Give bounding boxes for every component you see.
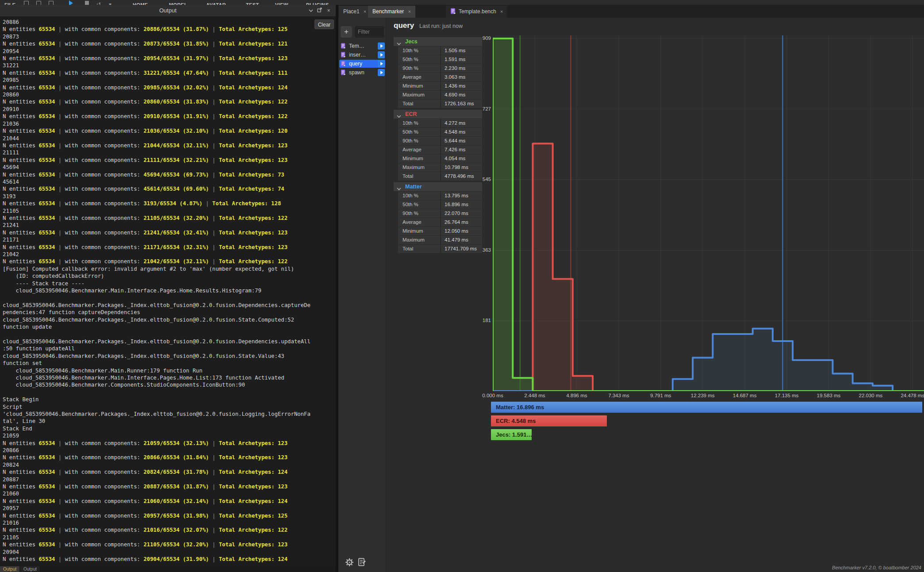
- console-line: 21105: [3, 207, 336, 215]
- tab-benchmarker[interactable]: Benchmarker×: [368, 6, 415, 18]
- chevron-down-icon[interactable]: [307, 7, 314, 14]
- console-log[interactable]: 20886N entities 65534 | with common comp…: [0, 16, 336, 566]
- console-line: N entities 65534 | with common component…: [3, 483, 336, 490]
- menu-home[interactable]: HOME: [133, 0, 148, 5]
- stat-label: Total: [398, 172, 440, 180]
- undo-icon[interactable]: ↺: [96, 0, 101, 5]
- stat-value: 12.050 ms: [441, 227, 482, 235]
- menu-avatar[interactable]: AVATAR: [206, 0, 226, 5]
- legend-label: Jecs: 1.591…: [491, 431, 532, 438]
- console-line: N entities 65534 | with common component…: [3, 84, 336, 91]
- stat-label: 50th %: [398, 200, 440, 209]
- stat-label: Minimum: [398, 227, 440, 235]
- close-icon[interactable]: ×: [325, 7, 332, 14]
- stat-value: 26.764 ms: [441, 218, 482, 226]
- last-run-label: Last run: just now: [419, 23, 463, 29]
- stat-label: 90th %: [398, 137, 440, 145]
- output-tab-1[interactable]: Output: [0, 566, 19, 572]
- new-doc-icon[interactable]: [24, 1, 29, 5]
- stat-row: Total17741.709 ms: [398, 245, 482, 253]
- console-line: cloud_5853950046.Benchmarker.Main.Runner…: [3, 367, 336, 374]
- stats-section-matter: Matter10th %13.795 ms50th %16.896 ms90th…: [394, 182, 482, 253]
- add-benchmark-button[interactable]: +: [341, 26, 352, 38]
- stats-section-name: Matter: [405, 182, 422, 191]
- run-benchmark-button[interactable]: [378, 42, 385, 50]
- console-line: N entities 65534 | with common component…: [3, 142, 336, 149]
- benchmark-item-query[interactable]: query: [339, 60, 385, 68]
- benchmark-item-label: query: [349, 60, 362, 68]
- top-toolbar: FILE ↺ ▾ HOME MODEL AVATAR TEST VIEW PLU…: [0, 0, 924, 5]
- play-icon[interactable]: [69, 0, 73, 5]
- console-line: function update: [3, 323, 336, 330]
- menu-model[interactable]: MODEL: [169, 0, 188, 5]
- legend-matter[interactable]: Matter: 16.896 ms: [491, 402, 922, 413]
- tab-template-bench[interactable]: Template.bench×: [446, 6, 507, 18]
- console-line: 21059: [3, 432, 336, 439]
- console-line: N entities 65534 | with common component…: [3, 26, 336, 33]
- legend-label: Matter: 16.896 ms: [491, 404, 544, 411]
- log-report-icon[interactable]: [357, 557, 368, 568]
- benchmark-item-tem[interactable]: Tem…: [339, 42, 385, 50]
- stat-label: Minimum: [398, 82, 440, 90]
- run-benchmark-button[interactable]: [378, 51, 385, 58]
- console-line: N entities 65534 | with common component…: [3, 229, 336, 236]
- benchmark-item-spawn[interactable]: spawn: [339, 69, 385, 77]
- stat-label: 10th %: [398, 192, 440, 200]
- menu-view[interactable]: VIEW: [275, 0, 288, 5]
- x-axis-tick-label: 12.239 ms: [684, 393, 721, 398]
- benchmark-item-label: inser…: [349, 51, 366, 59]
- console-line: N entities 65534 | with common component…: [3, 541, 336, 548]
- console-line: N entities 65534 | with common component…: [3, 185, 336, 192]
- float-window-icon[interactable]: [316, 7, 323, 14]
- stat-row: 90th %2.230 ms: [398, 64, 482, 73]
- console-line: 21105: [3, 534, 336, 541]
- stats-section-header[interactable]: Jecs: [394, 37, 482, 46]
- stat-value: 4.054 ms: [441, 154, 482, 163]
- menu-file[interactable]: FILE: [4, 0, 15, 5]
- tab-place1[interactable]: Place1×: [339, 6, 371, 18]
- editor-tabbar: Place1× Benchmarker× Template.bench×: [338, 5, 924, 18]
- legend-ecr[interactable]: ECR: 4.548 ms: [491, 415, 607, 426]
- close-icon[interactable]: ×: [364, 9, 366, 14]
- x-axis-tick-label: 9.791 ms: [642, 393, 679, 398]
- clear-button[interactable]: Clear: [314, 19, 334, 29]
- stat-row: Maximum10.798 ms: [398, 163, 482, 172]
- benchmark-item-inser[interactable]: inser…: [339, 51, 385, 59]
- x-axis-tick-label: 0.000 ms: [474, 393, 511, 398]
- filter-input[interactable]: [355, 26, 384, 38]
- output-panel: Output × 20886N entities 65534 | with co…: [0, 5, 336, 566]
- stats-section-header[interactable]: ECR: [394, 110, 482, 119]
- stat-row: Maximum41.479 ms: [398, 236, 482, 244]
- output-tab-2[interactable]: Output: [20, 566, 40, 572]
- console-line: 21036: [3, 120, 336, 127]
- x-axis-tick-label: 7.343 ms: [600, 393, 637, 398]
- stat-row: Average3.063 ms: [398, 73, 482, 81]
- save-doc-icon[interactable]: [49, 1, 54, 5]
- settings-gear-icon[interactable]: [345, 557, 355, 568]
- menu-plugins[interactable]: PLUGINS: [306, 0, 329, 5]
- stop-icon[interactable]: [85, 1, 89, 5]
- stat-value: 5.644 ms: [441, 137, 482, 145]
- console-line: N entities 65534 | with common component…: [3, 40, 336, 47]
- console-line: 21241: [3, 222, 336, 229]
- stat-row: 50th %4.548 ms: [398, 128, 482, 136]
- console-line: N entities 65534 | with common component…: [3, 215, 336, 222]
- credit-text: Benchmarker v7.2.0, © boatbomber 2024: [832, 565, 921, 570]
- studio-window: FILE ↺ ▾ HOME MODEL AVATAR TEST VIEW PLU…: [0, 0, 924, 572]
- legend-jecs[interactable]: Jecs: 1.591…: [491, 429, 532, 440]
- console-line: N entities 65534 | with common component…: [3, 498, 336, 505]
- stats-section-name: Jecs: [405, 37, 418, 46]
- open-doc-icon[interactable]: [36, 1, 41, 5]
- x-axis-tick-label: 24.478 ms: [894, 393, 924, 398]
- menu-test[interactable]: TEST: [246, 0, 259, 5]
- run-benchmark-button[interactable]: [378, 69, 385, 76]
- close-icon[interactable]: ×: [500, 9, 503, 14]
- stats-section-header[interactable]: Matter: [394, 182, 482, 191]
- dropdown-caret-icon[interactable]: ▾: [109, 0, 111, 5]
- stat-label: 50th %: [398, 128, 440, 136]
- run-benchmark-button[interactable]: [378, 60, 385, 67]
- close-icon[interactable]: ×: [408, 9, 410, 14]
- tab-benchmarker-label: Benchmarker: [372, 8, 404, 15]
- stat-label: Total: [398, 245, 440, 253]
- stat-row: Minimum1.436 ms: [398, 82, 482, 90]
